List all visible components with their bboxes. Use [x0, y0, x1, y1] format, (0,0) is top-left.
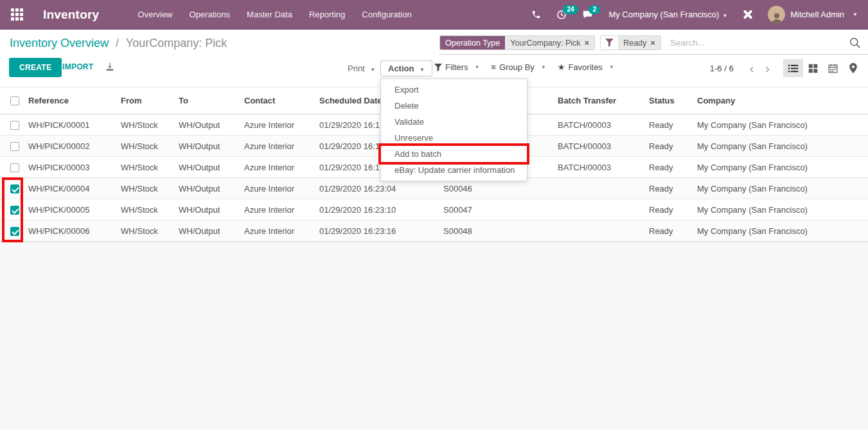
cell-source-document: S00047	[443, 199, 558, 220]
filter-icon	[434, 64, 442, 71]
cell-to: WH/Output	[179, 178, 244, 199]
breadcrumb-parent-link[interactable]: Inventory Overview	[10, 37, 109, 49]
cell-status: Ready	[649, 136, 697, 157]
kanban-view-icon[interactable]	[803, 59, 823, 77]
activities-icon[interactable]: 24	[556, 10, 567, 20]
cell-reference: WH/PICK/00004	[28, 178, 121, 199]
user-menu[interactable]: Mitchell Admin ▼	[768, 6, 858, 23]
cell-scheduled-date: 01/29/2020 16:23:16	[319, 220, 443, 242]
tools-icon[interactable]	[743, 10, 752, 19]
menu-item-delete[interactable]: Delete	[381, 98, 527, 114]
pager-counter: 1-6 / 6	[710, 64, 734, 73]
export-all-icon[interactable]	[105, 62, 115, 72]
view-switcher	[783, 59, 863, 77]
cell-company: My Company (San Francisco)	[697, 199, 868, 220]
pager-next-icon[interactable]: ›	[759, 61, 775, 75]
facet-value: YourCompany: Pick	[510, 39, 580, 48]
cell-batch-transfer: BATCH/00003	[558, 157, 649, 178]
row-checkbox-checked[interactable]	[10, 206, 19, 215]
column-header-contact[interactable]: Contact	[244, 87, 319, 114]
cell-company: My Company (San Francisco)	[697, 157, 868, 178]
close-icon[interactable]: ×	[650, 39, 655, 47]
cell-company: My Company (San Francisco)	[697, 114, 868, 136]
chevron-down-icon: ▼	[853, 12, 858, 17]
cell-source-document: S00048	[443, 220, 558, 242]
cell-batch-transfer: BATCH/00003	[558, 136, 649, 157]
cell-contact: Azure Interior	[244, 114, 319, 136]
cell-company: My Company (San Francisco)	[697, 220, 868, 242]
column-header-to[interactable]: To	[179, 87, 244, 114]
cell-status: Ready	[649, 199, 697, 220]
print-dropdown-button[interactable]: Print ▼	[342, 60, 381, 76]
column-header-reference[interactable]: Reference	[28, 87, 121, 114]
table-row[interactable]: WH/PICK/00005 WH/Stock WH/Output Azure I…	[0, 199, 868, 220]
cell-contact: Azure Interior	[244, 157, 319, 178]
calendar-view-icon[interactable]	[823, 59, 843, 77]
row-checkbox[interactable]	[10, 142, 19, 151]
menu-item-validate[interactable]: Validate	[381, 114, 527, 130]
pager-previous-icon[interactable]: ‹	[744, 61, 760, 75]
cell-to: WH/Output	[179, 157, 244, 178]
cell-reference: WH/PICK/00002	[28, 136, 121, 157]
phone-icon[interactable]	[531, 10, 541, 19]
chevron-down-icon: ▼	[420, 67, 425, 73]
create-button[interactable]: CREATE	[9, 58, 62, 77]
table-row[interactable]: WH/PICK/00006 WH/Stock WH/Output Azure I…	[0, 220, 868, 242]
close-icon[interactable]: ×	[585, 39, 590, 47]
row-checkbox-checked[interactable]	[10, 184, 19, 193]
menu-master-data[interactable]: Master Data	[247, 10, 292, 19]
cell-status: Ready	[649, 114, 697, 136]
filters-button[interactable]: Filters▼	[434, 62, 479, 72]
column-header-batch-transfer[interactable]: Batch Transfer	[558, 87, 649, 114]
column-header-company[interactable]: Company	[697, 87, 868, 114]
cell-status: Ready	[649, 178, 697, 199]
menu-item-unreserve[interactable]: Unreserve	[381, 130, 527, 146]
apps-menu-icon[interactable]	[11, 8, 24, 21]
messages-icon[interactable]: 2	[582, 10, 593, 20]
cell-contact: Azure Interior	[244, 199, 319, 220]
import-button[interactable]: IMPORT	[62, 62, 93, 71]
company-switcher[interactable]: My Company (San Francisco)▼	[608, 10, 727, 19]
map-view-icon[interactable]	[843, 59, 863, 77]
top-navbar: Inventory Overview Operations Master Dat…	[0, 0, 868, 30]
cell-to: WH/Output	[179, 114, 244, 136]
cell-from: WH/Stock	[121, 114, 179, 136]
menu-item-export[interactable]: Export	[381, 82, 527, 98]
select-all-checkbox[interactable]	[10, 96, 19, 105]
row-checkbox[interactable]	[10, 121, 19, 130]
group-by-button[interactable]: ≡ Group By▼	[491, 62, 545, 72]
action-dropdown-menu: Export Delete Validate Unreserve Add to …	[380, 78, 527, 181]
cell-from: WH/Stock	[121, 178, 179, 199]
cell-reference: WH/PICK/00003	[28, 157, 121, 178]
search-facet-ready: Ready ×	[600, 35, 661, 50]
cell-reference: WH/PICK/00006	[28, 220, 121, 242]
app-title[interactable]: Inventory	[43, 8, 99, 22]
menu-overview[interactable]: Overview	[137, 10, 172, 19]
cell-from: WH/Stock	[121, 220, 179, 242]
list-view-icon[interactable]	[783, 59, 803, 77]
menu-operations[interactable]: Operations	[190, 10, 231, 19]
row-checkbox-checked[interactable]	[10, 227, 19, 236]
chevron-down-icon: ▼	[609, 64, 614, 70]
favorites-button[interactable]: ★ Favorites▼	[558, 62, 614, 72]
content-background	[0, 242, 868, 430]
user-name: Mitchell Admin	[790, 10, 844, 19]
search-input[interactable]	[666, 38, 849, 48]
chevron-down-icon: ▼	[370, 67, 375, 73]
menu-item-ebay-update-carrier[interactable]: eBay: Update carrier information	[381, 162, 527, 178]
action-dropdown-button[interactable]: Action ▼	[380, 60, 432, 76]
column-header-from[interactable]: From	[121, 87, 179, 114]
column-header-status[interactable]: Status	[649, 87, 697, 114]
menu-item-add-to-batch[interactable]: Add to batch	[381, 146, 527, 162]
systray: 24 2 My Company (San Francisco)▼ Mitchel…	[531, 6, 868, 23]
cell-reference: WH/PICK/00001	[28, 114, 121, 136]
search-icon[interactable]	[849, 37, 860, 48]
row-checkbox[interactable]	[10, 163, 19, 172]
main-menu: Overview Operations Master Data Reportin…	[137, 10, 411, 19]
cell-batch-transfer	[558, 220, 649, 242]
menu-configuration[interactable]: Configuration	[362, 10, 411, 19]
breadcrumb: Inventory Overview / YourCompany: Pick	[10, 37, 227, 50]
group-by-icon: ≡	[491, 62, 496, 72]
cell-company: My Company (San Francisco)	[697, 136, 868, 157]
menu-reporting[interactable]: Reporting	[309, 10, 345, 19]
